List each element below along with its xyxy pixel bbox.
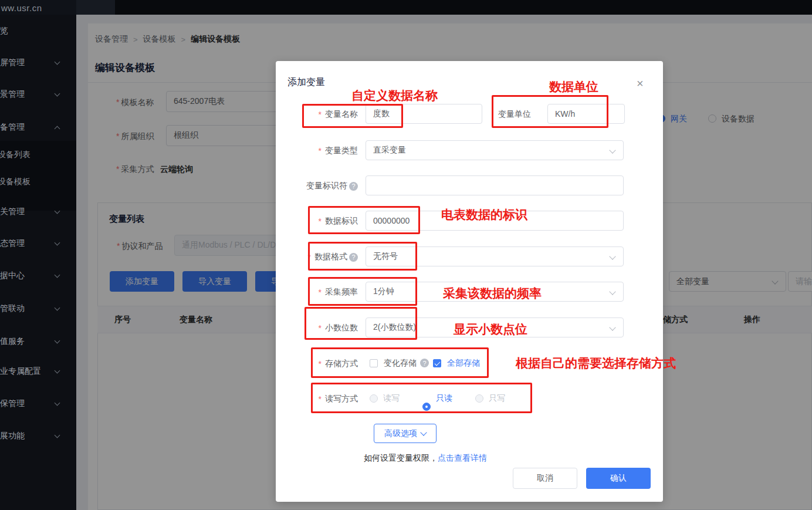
logo-text: ww.usr.cn xyxy=(1,3,42,13)
chevron-up-icon xyxy=(55,126,60,131)
annotation-box-format xyxy=(308,242,417,271)
annotation-frequency: 采集该数据的频率 xyxy=(443,285,542,302)
annotation-data-unit: 数据单位 xyxy=(549,79,598,95)
chevron-down-icon xyxy=(609,324,615,330)
screen: ww.usr.cn 览 屏管理 景管理 备管理 设备列表 设备模板 关管理 xyxy=(0,0,812,510)
annotation-decimals: 显示小数点位 xyxy=(454,321,527,337)
variable-type-select[interactable]: 直采变量 xyxy=(366,140,624,160)
variable-identifier-input[interactable] xyxy=(366,175,624,195)
confirm-button[interactable]: 确认 xyxy=(586,468,651,489)
sidebar-item-industry-config[interactable]: 业专属配置 xyxy=(0,365,76,378)
close-icon[interactable]: × xyxy=(637,77,644,89)
annotation-box-storage xyxy=(311,347,489,378)
cancel-button[interactable]: 取消 xyxy=(513,468,577,489)
modal-title: 添加变量 xyxy=(287,76,325,89)
annotation-box-frequency xyxy=(308,277,417,306)
annotation-box-decimals xyxy=(304,307,417,340)
sidebar-item-scene-mgmt[interactable]: 景管理 xyxy=(0,88,76,101)
help-icon[interactable]: ? xyxy=(349,182,358,191)
sidebar-item-device-template[interactable]: 设备模板 xyxy=(0,175,76,188)
chevron-down-icon xyxy=(55,240,60,246)
chevron-down-icon xyxy=(55,305,60,311)
sidebar-item-maintenance-mgmt[interactable]: 保管理 xyxy=(0,397,76,410)
sidebar-item-alarm-link[interactable]: 管联动 xyxy=(0,302,76,315)
annotation-storage: 根据自己的需要选择存储方式 xyxy=(516,355,676,371)
annotation-box-unit xyxy=(492,95,608,128)
sidebar-item-gateway-mgmt[interactable]: 关管理 xyxy=(0,205,76,218)
sidebar-item-value-service[interactable]: 值服务 xyxy=(0,335,76,348)
chevron-down-icon xyxy=(55,433,60,438)
annotation-data-id: 电表数据的标识 xyxy=(441,207,527,223)
advanced-options-button[interactable]: 高级选项 xyxy=(374,424,437,443)
chevron-down-icon xyxy=(609,288,615,295)
sidebar-item-device-mgmt[interactable]: 备管理 xyxy=(0,121,76,134)
chevron-down-icon xyxy=(55,208,60,214)
sidebar-item-config-mgmt[interactable]: 态管理 xyxy=(0,237,76,250)
annotation-box-rw xyxy=(311,383,532,413)
annotation-custom-name: 自定义数据名称 xyxy=(351,87,438,104)
chevron-down-icon xyxy=(55,338,60,344)
chevron-down-icon xyxy=(55,91,60,97)
chevron-down-icon xyxy=(55,59,60,65)
sidebar-item-data-center[interactable]: 据中心 xyxy=(0,269,76,282)
chevron-down-icon xyxy=(420,429,427,435)
sidebar-item-screen-mgmt[interactable]: 屏管理 xyxy=(0,56,76,69)
permission-help-line: 如何设置变量权限，点击查看详情 xyxy=(364,453,487,464)
chevron-down-icon xyxy=(55,400,60,406)
chevron-down-icon xyxy=(609,253,615,259)
variable-type-label: *变量类型 xyxy=(276,146,358,156)
sidebar-item-overview[interactable]: 览 xyxy=(0,25,76,38)
sidebar: 览 屏管理 景管理 备管理 设备列表 设备模板 关管理 态管理 据中心 xyxy=(0,15,76,510)
annotation-box-name xyxy=(302,104,403,128)
view-details-link[interactable]: 点击查看详情 xyxy=(438,453,487,462)
sidebar-item-extended-func[interactable]: 展功能 xyxy=(0,430,76,443)
annotation-box-data-id xyxy=(308,206,420,234)
sidebar-item-device-list[interactable]: 设备列表 xyxy=(0,148,76,161)
chevron-down-icon xyxy=(609,147,615,153)
chevron-down-icon xyxy=(55,272,60,278)
variable-identifier-label: 变量标识符 ? xyxy=(276,181,358,191)
chevron-down-icon xyxy=(55,368,60,374)
